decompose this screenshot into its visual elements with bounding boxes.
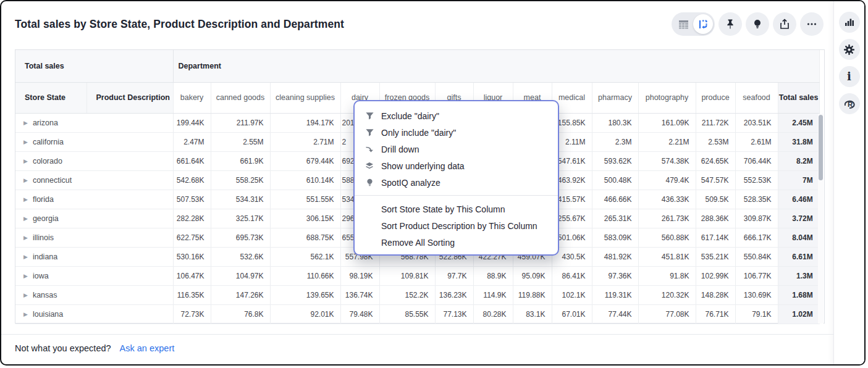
state-cell-colorado[interactable]: ▶colorado: [15, 151, 173, 170]
value-cell[interactable]: 1.3M: [778, 266, 819, 285]
menu-item-remove-all-sorting[interactable]: Remove All Sorting: [355, 234, 558, 251]
value-cell[interactable]: 98.19K: [340, 266, 379, 285]
value-cell[interactable]: 161.09K: [638, 113, 696, 132]
chart-icon[interactable]: [839, 12, 860, 33]
value-cell[interactable]: 509.5K: [696, 190, 735, 209]
r-analysis-icon[interactable]: R: [839, 93, 860, 114]
column-header-produce[interactable]: produce: [696, 82, 735, 113]
value-cell[interactable]: 500.48K: [592, 170, 638, 190]
expand-triangle-icon[interactable]: ▶: [23, 196, 28, 203]
state-cell-florida[interactable]: ▶florida: [15, 190, 173, 209]
expand-triangle-icon[interactable]: ▶: [23, 273, 28, 279]
value-cell[interactable]: 325.17K: [211, 209, 270, 228]
menu-item-spotiq-analyze[interactable]: SpotIQ analyze: [355, 174, 558, 191]
state-cell-indiana[interactable]: ▶indiana: [15, 247, 173, 266]
expand-triangle-icon[interactable]: ▶: [23, 177, 28, 183]
value-cell[interactable]: 76.8K: [211, 304, 270, 324]
info-icon[interactable]: i: [839, 66, 860, 87]
value-cell[interactable]: 688.75K: [270, 228, 340, 247]
value-cell[interactable]: 120.32K: [638, 285, 696, 304]
column-header-Total-sales[interactable]: Total sales: [778, 82, 819, 113]
state-cell-georgia[interactable]: ▶georgia: [15, 209, 173, 228]
table-view-icon[interactable]: [673, 14, 693, 34]
value-cell[interactable]: 8.2M: [778, 151, 819, 170]
value-cell[interactable]: 136.23K: [435, 285, 473, 304]
ask-expert-link[interactable]: Ask an expert: [120, 343, 175, 353]
vertical-scrollbar[interactable]: [818, 114, 824, 324]
value-cell[interactable]: 6.46M: [778, 190, 819, 209]
value-cell[interactable]: 152.2K: [379, 285, 435, 304]
expand-triangle-icon[interactable]: ▶: [23, 311, 28, 317]
menu-item-sort-store-state-by-this-column[interactable]: Sort Store State by This Column: [355, 201, 558, 217]
value-cell[interactable]: 139.65K: [270, 285, 340, 304]
value-cell[interactable]: 109.81K: [379, 266, 435, 285]
value-cell[interactable]: 86.41K: [552, 266, 592, 285]
menu-item-drill-down[interactable]: Drill down: [355, 141, 558, 157]
value-cell[interactable]: 116.35K: [173, 285, 211, 304]
value-cell[interactable]: 661.64K: [173, 151, 211, 170]
state-cell-illinois[interactable]: ▶illinois: [15, 228, 173, 247]
value-cell[interactable]: 535.21K: [696, 247, 735, 266]
share-icon[interactable]: [773, 12, 796, 36]
state-cell-louisiana[interactable]: ▶louisiana: [15, 304, 173, 324]
value-cell[interactable]: 91.8K: [638, 266, 696, 285]
column-header-seafood[interactable]: seafood: [735, 82, 778, 113]
value-cell[interactable]: 2.55M: [211, 132, 270, 151]
value-cell[interactable]: 265.31K: [592, 209, 638, 228]
value-cell[interactable]: 528.35K: [735, 190, 778, 209]
value-cell[interactable]: 92.01K: [270, 304, 340, 324]
value-cell[interactable]: 679.44K: [270, 151, 340, 170]
value-cell[interactable]: 530.16K: [173, 247, 211, 266]
column-header-photography[interactable]: photography: [638, 82, 696, 113]
value-cell[interactable]: 309.87K: [735, 209, 778, 228]
value-cell[interactable]: 261.73K: [638, 209, 696, 228]
value-cell[interactable]: 583.09K: [592, 228, 638, 247]
value-cell[interactable]: 106.77K: [735, 266, 778, 285]
expand-triangle-icon[interactable]: ▶: [23, 139, 28, 145]
value-cell[interactable]: 211.97K: [211, 113, 270, 132]
value-cell[interactable]: 466.66K: [592, 190, 638, 209]
value-cell[interactable]: 72.73K: [173, 304, 211, 324]
value-cell[interactable]: 136.74K: [340, 285, 379, 304]
menu-item-only-include-dairy[interactable]: Only include "dairy": [355, 124, 558, 141]
column-header-cleaning-supplies[interactable]: cleaning supplies: [270, 82, 340, 113]
expand-triangle-icon[interactable]: ▶: [23, 215, 28, 222]
value-cell[interactable]: 102.99K: [696, 266, 735, 285]
value-cell[interactable]: 2.53M: [696, 132, 735, 151]
spotiq-bulb-icon[interactable]: [746, 12, 769, 36]
value-cell[interactable]: 706.44K: [735, 151, 778, 170]
expand-triangle-icon[interactable]: ▶: [23, 254, 28, 260]
value-cell[interactable]: 288.36K: [696, 209, 735, 228]
value-cell[interactable]: 106.47K: [173, 266, 211, 285]
value-cell[interactable]: 552.53K: [735, 170, 778, 190]
value-cell[interactable]: 194.17K: [270, 113, 340, 132]
value-cell[interactable]: 2.71M: [270, 132, 340, 151]
value-cell[interactable]: 542.68K: [173, 170, 211, 190]
state-cell-connecticut[interactable]: ▶connecticut: [15, 170, 173, 190]
value-cell[interactable]: 560.88K: [638, 228, 696, 247]
value-cell[interactable]: 481.92K: [592, 247, 638, 266]
value-cell[interactable]: 77.08K: [638, 304, 696, 324]
value-cell[interactable]: 2.61M: [735, 132, 778, 151]
state-cell-california[interactable]: ▶california: [15, 132, 173, 151]
value-cell[interactable]: 104.97K: [211, 266, 270, 285]
value-cell[interactable]: 148.28K: [696, 285, 735, 304]
column-header-canned-goods[interactable]: canned goods: [211, 82, 270, 113]
value-cell[interactable]: 130.69K: [735, 285, 778, 304]
value-cell[interactable]: 88.9K: [473, 266, 513, 285]
value-cell[interactable]: 282.28K: [173, 209, 211, 228]
value-cell[interactable]: 8.04M: [778, 228, 819, 247]
value-cell[interactable]: 76.71K: [696, 304, 735, 324]
value-cell[interactable]: 180.3K: [592, 113, 638, 132]
value-cell[interactable]: 77.44K: [592, 304, 638, 324]
value-cell[interactable]: 2.21M: [638, 132, 696, 151]
pivot-view-icon[interactable]: [693, 14, 713, 34]
state-cell-kansas[interactable]: ▶kansas: [15, 285, 173, 304]
value-cell[interactable]: 211.72K: [696, 113, 735, 132]
value-cell[interactable]: 551.55K: [270, 190, 340, 209]
value-cell[interactable]: 31.8M: [778, 132, 819, 151]
value-cell[interactable]: 547.57K: [696, 170, 735, 190]
value-cell[interactable]: 119.31K: [592, 285, 638, 304]
menu-item-show-underlying-data[interactable]: Show underlying data: [355, 157, 558, 174]
row-header-store-state[interactable]: Store State: [15, 82, 86, 113]
